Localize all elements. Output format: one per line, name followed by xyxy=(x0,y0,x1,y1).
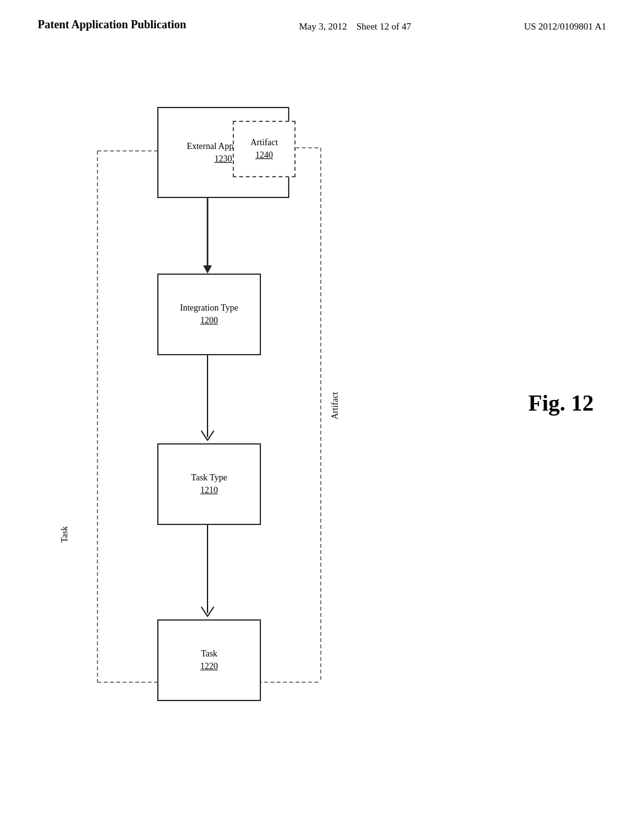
publication-date: May 3, 2012 Sheet 12 of 47 xyxy=(299,18,411,32)
integration-type-box: Integration Type 1200 xyxy=(157,274,261,355)
diagram-area: External Application 1230 Artifact 1240 … xyxy=(0,88,644,817)
task-type-box: Task Type 1210 xyxy=(157,443,261,525)
artifact-side-label: Artifact xyxy=(330,365,340,446)
task-type-number: 1210 xyxy=(201,485,218,495)
artifact-1240-label: Artifact xyxy=(250,136,278,149)
external-application-number: 1230 xyxy=(214,154,232,163)
task-type-label: Task Type xyxy=(191,472,227,484)
integration-type-label: Integration Type xyxy=(180,302,238,314)
svg-marker-9 xyxy=(203,265,212,274)
figure-label: Fig. 12 xyxy=(528,390,594,416)
publication-title: Patent Application Publication xyxy=(38,18,186,32)
task-1220-label: Task xyxy=(201,648,218,660)
task-1220-number: 1220 xyxy=(201,661,218,671)
patent-number: US 2012/0109801 A1 xyxy=(524,18,606,32)
integration-type-number: 1200 xyxy=(201,316,218,325)
page-header: Patent Application Publication May 3, 20… xyxy=(0,0,644,32)
artifact-1240-box: Artifact 1240 xyxy=(233,121,296,177)
artifact-1240-number: 1240 xyxy=(255,150,273,160)
task-1220-box: Task 1220 xyxy=(157,619,261,701)
diagram-svg xyxy=(0,88,644,817)
task-side-label: Task xyxy=(60,497,70,572)
